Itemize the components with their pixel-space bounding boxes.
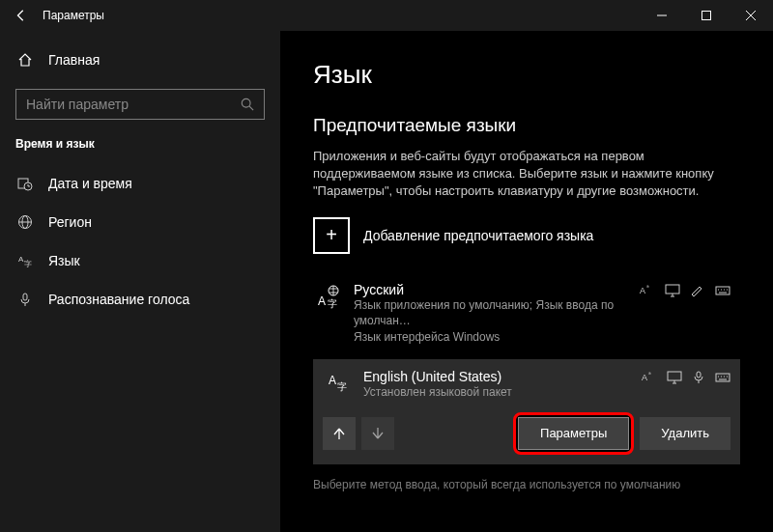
sidebar-item-label: Регион — [48, 214, 92, 230]
add-language-label: Добавление предпочитаемого языка — [363, 228, 593, 243]
window-title: Параметры — [43, 9, 640, 22]
move-up-button[interactable] — [323, 417, 356, 450]
sidebar-item-label: Распознавание голоса — [48, 292, 189, 307]
close-icon — [746, 11, 756, 20]
keyboard-icon — [715, 371, 730, 384]
sidebar-item-label: Дата и время — [48, 176, 132, 191]
calendar-clock-icon — [15, 176, 35, 191]
settings-window: Параметры Главная Найти параметр Время и… — [0, 0, 773, 532]
speech-icon — [692, 371, 705, 384]
minimize-button[interactable] — [640, 0, 684, 31]
section-subtitle: Предпочитаемые языки — [313, 115, 740, 136]
arrow-left-icon — [14, 9, 28, 22]
titlebar: Параметры — [0, 0, 773, 31]
back-button[interactable] — [0, 0, 43, 31]
svg-line-5 — [249, 106, 253, 110]
svg-point-4 — [242, 98, 250, 107]
language-glyph-icon: A字 — [323, 369, 354, 392]
language-glyph-icon: A字 — [313, 282, 344, 309]
svg-rect-35 — [697, 372, 701, 378]
maximize-icon — [701, 11, 711, 20]
sidebar-item-label: Язык — [48, 253, 80, 268]
minimize-icon — [657, 11, 667, 20]
language-name: Русский — [354, 282, 640, 297]
search-icon — [241, 98, 254, 111]
plus-icon: + — [313, 217, 350, 254]
keyboard-icon — [715, 284, 730, 297]
microphone-icon — [15, 292, 35, 307]
svg-text:A: A — [642, 373, 647, 382]
search-placeholder: Найти параметр — [26, 97, 241, 112]
delete-button[interactable]: Удалить — [640, 417, 730, 450]
tts-icon: Aᵃ — [642, 371, 657, 384]
content-area: Язык Предпочитаемые языки Приложения и в… — [280, 31, 773, 532]
svg-text:字: 字 — [24, 260, 32, 268]
tts-icon: Aᵃ — [640, 284, 655, 297]
language-features: Aᵃ — [640, 282, 730, 297]
svg-text:A: A — [318, 294, 326, 308]
language-features: Aᵃ — [642, 369, 730, 384]
handwriting-icon — [690, 284, 705, 297]
page-title: Язык — [313, 60, 740, 90]
input-method-hint: Выберите метод ввода, который всегда исп… — [313, 478, 740, 491]
sidebar-item-date-time[interactable]: Дата и время — [0, 164, 280, 203]
maximize-button[interactable] — [684, 0, 729, 31]
display-icon — [665, 284, 680, 297]
move-down-button[interactable] — [361, 417, 394, 450]
home-nav[interactable]: Главная — [0, 42, 280, 77]
svg-rect-19 — [666, 285, 679, 294]
display-icon — [667, 371, 682, 384]
svg-rect-1 — [702, 12, 711, 20]
svg-rect-36 — [716, 374, 730, 381]
svg-rect-13 — [23, 294, 27, 300]
language-icon: A字 — [15, 253, 35, 268]
sidebar-item-region[interactable]: Регион — [0, 203, 280, 241]
home-icon — [15, 52, 35, 68]
arrow-down-icon — [371, 427, 385, 440]
svg-rect-32 — [668, 372, 681, 380]
sidebar-item-language[interactable]: A字 Язык — [0, 241, 280, 280]
sidebar-item-speech[interactable]: Распознавание голоса — [0, 280, 280, 319]
svg-text:ᵃ: ᵃ — [648, 371, 651, 378]
svg-text:字: 字 — [337, 381, 347, 392]
callout-highlight: Параметры — [513, 412, 634, 455]
section-description: Приложения и веб-сайты будут отображатьс… — [313, 148, 719, 201]
add-language-button[interactable]: + Добавление предпочитаемого языка — [313, 214, 740, 257]
language-name: English (United States) — [363, 369, 642, 384]
language-sub: Язык приложения по умолчанию; Язык ввода… — [354, 297, 640, 346]
search-input[interactable]: Найти параметр — [15, 89, 265, 120]
globe-icon — [15, 214, 35, 230]
svg-text:字: 字 — [328, 298, 337, 309]
language-sub: Установлен языковой пакет — [363, 384, 642, 401]
svg-rect-22 — [716, 287, 730, 294]
svg-text:A: A — [640, 286, 645, 295]
language-controls: Параметры Удалить — [323, 412, 730, 455]
language-item-english[interactable]: A字 English (United States) Установлен яз… — [313, 359, 740, 464]
sidebar: Главная Найти параметр Время и язык Дата… — [0, 31, 280, 532]
svg-text:ᵃ: ᵃ — [646, 284, 649, 291]
options-button[interactable]: Параметры — [518, 417, 629, 450]
language-item-russian[interactable]: A字 Русский Язык приложения по умолчанию;… — [313, 276, 740, 351]
svg-text:A: A — [329, 374, 336, 387]
section-label: Время и язык — [0, 137, 280, 151]
home-label: Главная — [48, 52, 100, 68]
arrow-up-icon — [332, 427, 346, 440]
window-controls — [640, 0, 773, 31]
window-body: Главная Найти параметр Время и язык Дата… — [0, 31, 773, 532]
close-button[interactable] — [729, 0, 773, 31]
